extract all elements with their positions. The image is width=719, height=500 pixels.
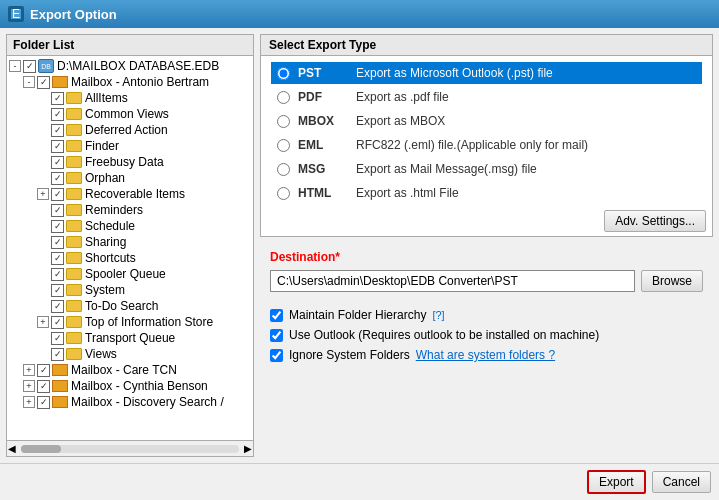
item-label-recoverable: Recoverable Items xyxy=(85,187,185,201)
checkbox-caretcn[interactable] xyxy=(37,364,50,377)
folder-tree[interactable]: -DBD:\MAILBOX DATABASE.EDB-Mailbox - Ant… xyxy=(7,56,253,440)
tree-item-topinfo[interactable]: +Top of Information Store xyxy=(9,314,251,330)
destination-input[interactable] xyxy=(270,270,635,292)
export-option-html[interactable]: HTML Export as .html File xyxy=(271,182,702,204)
adv-settings-button[interactable]: Adv. Settings... xyxy=(604,210,706,232)
expand-btn-recoverable[interactable]: + xyxy=(37,188,49,200)
folder-icon xyxy=(66,204,82,216)
expand-btn-caretcn[interactable]: + xyxy=(23,364,35,376)
tree-item-antonio[interactable]: -Mailbox - Antonio Bertram xyxy=(9,74,251,90)
expand-btn-db[interactable]: - xyxy=(9,60,21,72)
checkbox-freebusy[interactable] xyxy=(51,156,64,169)
help-link-ignore[interactable]: What are system folders ? xyxy=(416,348,555,362)
tree-item-spooler[interactable]: Spooler Queue xyxy=(9,266,251,282)
folder-icon xyxy=(66,348,82,360)
item-label-views: Views xyxy=(85,347,117,361)
tree-item-caretcn[interactable]: +Mailbox - Care TCN xyxy=(9,362,251,378)
tree-item-transport[interactable]: Transport Queue xyxy=(9,330,251,346)
tree-item-reminders[interactable]: Reminders xyxy=(9,202,251,218)
tree-item-finder[interactable]: Finder xyxy=(9,138,251,154)
destination-label: Destination* xyxy=(270,249,703,264)
tree-item-recoverable[interactable]: +Recoverable Items xyxy=(9,186,251,202)
folder-icon xyxy=(66,92,82,104)
content-area: Folder List -DBD:\MAILBOX DATABASE.EDB-M… xyxy=(0,28,719,463)
options-section: Maintain Folder Hierarchy [?] Use Outloo… xyxy=(260,304,713,366)
checkbox-finder[interactable] xyxy=(51,140,64,153)
radio-html[interactable] xyxy=(277,187,290,200)
right-panel: Select Export Type PST Export as Microso… xyxy=(260,34,713,457)
radio-mbox[interactable] xyxy=(277,115,290,128)
expand-btn-cynthia[interactable]: + xyxy=(23,380,35,392)
checkbox-reminders[interactable] xyxy=(51,204,64,217)
checkbox-maintain[interactable] xyxy=(270,309,283,322)
export-option-eml[interactable]: EML RFC822 (.eml) file.(Applicable only … xyxy=(271,134,702,156)
radio-eml[interactable] xyxy=(277,139,290,152)
export-button[interactable]: Export xyxy=(587,470,646,494)
tree-item-allitems[interactable]: AllItems xyxy=(9,90,251,106)
item-label-system: System xyxy=(85,283,125,297)
tree-item-orphan[interactable]: Orphan xyxy=(9,170,251,186)
folder-panel: Folder List -DBD:\MAILBOX DATABASE.EDB-M… xyxy=(6,34,254,457)
folder-icon xyxy=(66,236,82,248)
checkbox-db[interactable] xyxy=(23,60,36,73)
mailbox-icon xyxy=(52,396,68,408)
expand-btn-antonio[interactable]: - xyxy=(23,76,35,88)
checkbox-transport[interactable] xyxy=(51,332,64,345)
tree-item-freebusy[interactable]: Freebusy Data xyxy=(9,154,251,170)
tree-item-db[interactable]: -DBD:\MAILBOX DATABASE.EDB xyxy=(9,58,251,74)
export-type-label-pst: PST xyxy=(298,66,348,80)
checkbox-sharing[interactable] xyxy=(51,236,64,249)
tree-item-discovery[interactable]: +Mailbox - Discovery Search / xyxy=(9,394,251,410)
title-bar: E Export Option xyxy=(0,0,719,28)
checkbox-deferred[interactable] xyxy=(51,124,64,137)
checkbox-shortcuts[interactable] xyxy=(51,252,64,265)
checkbox-outlook[interactable] xyxy=(270,329,283,342)
checkbox-system[interactable] xyxy=(51,284,64,297)
browse-button[interactable]: Browse xyxy=(641,270,703,292)
help-link-maintain[interactable]: [?] xyxy=(432,309,444,321)
horizontal-scrollbar[interactable]: ◀ ▶ xyxy=(7,440,253,456)
checkbox-schedule[interactable] xyxy=(51,220,64,233)
tree-item-views[interactable]: Views xyxy=(9,346,251,362)
tree-item-sharing[interactable]: Sharing xyxy=(9,234,251,250)
checkbox-orphan[interactable] xyxy=(51,172,64,185)
destination-row: Browse xyxy=(270,270,703,292)
radio-msg[interactable] xyxy=(277,163,290,176)
item-label-allitems: AllItems xyxy=(85,91,128,105)
item-label-reminders: Reminders xyxy=(85,203,143,217)
export-option-msg[interactable]: MSG Export as Mail Message(.msg) file xyxy=(271,158,702,180)
export-type-label-mbox: MBOX xyxy=(298,114,348,128)
checkbox-discovery[interactable] xyxy=(37,396,50,409)
checkbox-views[interactable] xyxy=(51,348,64,361)
export-options-list: PST Export as Microsoft Outlook (.pst) f… xyxy=(261,56,712,210)
window-title: Export Option xyxy=(30,7,117,22)
tree-item-todo[interactable]: To-Do Search xyxy=(9,298,251,314)
tree-item-deferred[interactable]: Deferred Action xyxy=(9,122,251,138)
export-type-label-eml: EML xyxy=(298,138,348,152)
tree-item-shortcuts[interactable]: Shortcuts xyxy=(9,250,251,266)
export-option-pst[interactable]: PST Export as Microsoft Outlook (.pst) f… xyxy=(271,62,702,84)
checkbox-allitems[interactable] xyxy=(51,92,64,105)
checkbox-spooler[interactable] xyxy=(51,268,64,281)
tree-item-schedule[interactable]: Schedule xyxy=(9,218,251,234)
tree-item-commonviews[interactable]: Common Views xyxy=(9,106,251,122)
checkbox-ignore[interactable] xyxy=(270,349,283,362)
tree-item-cynthia[interactable]: +Mailbox - Cynthia Benson xyxy=(9,378,251,394)
checkbox-cynthia[interactable] xyxy=(37,380,50,393)
radio-pdf[interactable] xyxy=(277,91,290,104)
checkbox-topinfo[interactable] xyxy=(51,316,64,329)
export-desc-pdf: Export as .pdf file xyxy=(356,90,449,104)
tree-item-system[interactable]: System xyxy=(9,282,251,298)
checkbox-recoverable[interactable] xyxy=(51,188,64,201)
cancel-button[interactable]: Cancel xyxy=(652,471,711,493)
expand-btn-topinfo[interactable]: + xyxy=(37,316,49,328)
export-option-mbox[interactable]: MBOX Export as MBOX xyxy=(271,110,702,132)
export-desc-msg: Export as Mail Message(.msg) file xyxy=(356,162,537,176)
checkbox-commonviews[interactable] xyxy=(51,108,64,121)
expand-btn-discovery[interactable]: + xyxy=(23,396,35,408)
export-option-pdf[interactable]: PDF Export as .pdf file xyxy=(271,86,702,108)
checkbox-todo[interactable] xyxy=(51,300,64,313)
export-type-label-pdf: PDF xyxy=(298,90,348,104)
radio-pst[interactable] xyxy=(277,67,290,80)
checkbox-antonio[interactable] xyxy=(37,76,50,89)
